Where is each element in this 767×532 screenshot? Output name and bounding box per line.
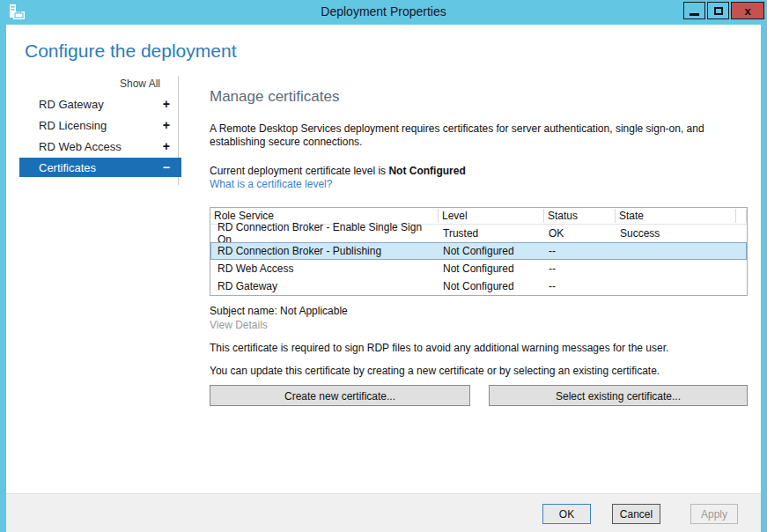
sidebar-nav: RD Gateway + RD Licensing + RD Web Acces… <box>6 93 179 178</box>
view-details-link[interactable]: View Details <box>210 319 268 331</box>
certificates-table: Role Service Level Status State RD Conne… <box>210 207 748 296</box>
level-value: Not Configured <box>388 165 465 177</box>
sidebar-item-certificates[interactable]: Certificates − <box>6 157 179 178</box>
update-note: You can update this certificate by creat… <box>210 365 660 377</box>
table-row[interactable]: RD Web Access Not Configured -- <box>210 260 747 277</box>
level-label: Current deployment certificate level is <box>210 165 388 177</box>
column-header-status[interactable]: Status <box>544 208 616 224</box>
sidebar-item-rd-web-access[interactable]: RD Web Access + <box>6 136 179 157</box>
cell-state: Success <box>616 227 736 240</box>
maximize-button[interactable] <box>707 2 729 19</box>
title-bar: Deployment Properties x <box>0 0 767 25</box>
apply-button: Apply <box>690 504 738 524</box>
page-title: Configure the deployment <box>25 41 237 62</box>
close-button[interactable]: x <box>731 2 764 19</box>
close-icon: x <box>744 5 750 17</box>
sidebar-item-label: RD Gateway <box>39 98 104 111</box>
deployment-properties-window: Deployment Properties x Configure the de… <box>0 0 767 532</box>
intro-text: A Remote Desktop Services deployment req… <box>210 122 738 149</box>
cell-level: Not Configured <box>439 280 544 292</box>
cell-status: OK <box>544 227 616 240</box>
column-header-level[interactable]: Level <box>439 208 544 224</box>
sidebar-item-rd-gateway[interactable]: RD Gateway + <box>6 93 179 115</box>
maximize-icon <box>714 7 723 15</box>
window-title: Deployment Properties <box>0 4 767 18</box>
ok-button[interactable]: OK <box>542 504 591 524</box>
certificate-level-text: Current deployment certificate level is … <box>210 165 466 177</box>
cell-role-service: RD Connection Broker - Publishing <box>210 245 439 257</box>
cell-role-service: RD Web Access <box>210 262 439 275</box>
expand-icon[interactable]: + <box>163 139 170 153</box>
show-all-link[interactable]: Show All <box>6 78 160 90</box>
section-title: Manage certificates <box>210 88 339 106</box>
column-header-empty <box>736 208 747 224</box>
sidebar-item-label: RD Web Access <box>39 140 122 153</box>
cell-status: -- <box>544 280 616 292</box>
sidebar-item-label: RD Licensing <box>39 119 107 132</box>
dialog-content: Configure the deployment Show All RD Gat… <box>6 25 761 493</box>
expand-icon[interactable]: + <box>163 97 170 111</box>
table-row[interactable]: RD Gateway Not Configured -- <box>210 277 747 295</box>
expand-icon[interactable]: + <box>163 118 170 132</box>
cell-status: -- <box>544 262 616 275</box>
sidebar-item-rd-licensing[interactable]: RD Licensing + <box>6 115 179 136</box>
column-header-state[interactable]: State <box>616 208 736 224</box>
certificate-level-help-link[interactable]: What is a certificate level? <box>210 178 332 190</box>
cell-status: -- <box>544 245 616 257</box>
select-existing-certificate-button[interactable]: Select existing certificate... <box>489 385 748 406</box>
cell-level: Not Configured <box>439 262 544 275</box>
dialog-footer: OK Cancel Apply <box>6 493 761 532</box>
table-row[interactable]: RD Connection Broker - Enable Single Sig… <box>210 225 747 242</box>
subject-name-text: Subject name: Not Applicable <box>210 305 348 317</box>
sidebar-item-label: Certificates <box>39 161 96 174</box>
cell-role-service: RD Gateway <box>210 280 439 292</box>
collapse-icon[interactable]: − <box>163 160 170 174</box>
create-new-certificate-button[interactable]: Create new certificate... <box>210 385 470 406</box>
minimize-icon <box>690 13 699 16</box>
minimize-button[interactable] <box>683 2 705 19</box>
certificate-note: This certificate is required to sign RDP… <box>210 342 668 354</box>
cell-level: Trusted <box>439 227 544 240</box>
cancel-button[interactable]: Cancel <box>612 504 660 524</box>
cell-level: Not Configured <box>439 245 544 257</box>
table-row-selected[interactable]: RD Connection Broker - Publishing Not Co… <box>210 242 747 260</box>
